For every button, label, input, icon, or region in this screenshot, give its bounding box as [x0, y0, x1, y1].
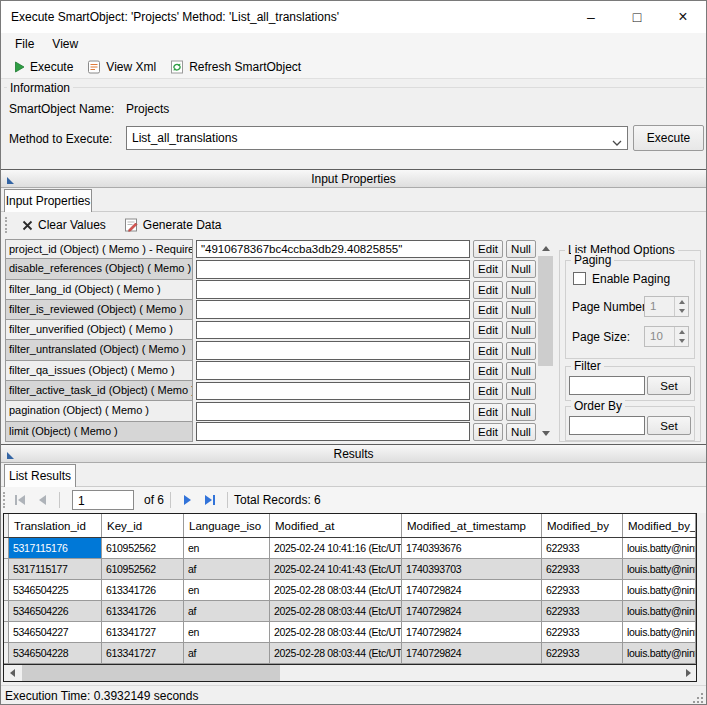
current-page-input[interactable]: 1: [72, 490, 134, 510]
table-cell[interactable]: 2025-02-28 08:03:44 (Etc/UTC): [270, 601, 402, 621]
table-cell[interactable]: af: [184, 601, 270, 621]
table-cell[interactable]: 2025-02-28 08:03:44 (Etc/UTC): [270, 622, 402, 642]
column-header[interactable]: Key_id: [102, 514, 184, 537]
table-cell[interactable]: 622933: [542, 580, 623, 600]
property-value-input[interactable]: [196, 382, 470, 401]
table-cell[interactable]: louis.batty@nint: [623, 580, 696, 600]
null-button[interactable]: Null: [506, 260, 536, 278]
table-cell[interactable]: louis.batty@nint: [623, 538, 696, 558]
table-cell[interactable]: 5317115176: [9, 538, 102, 558]
table-cell[interactable]: 622933: [542, 643, 623, 663]
table-cell[interactable]: 622933: [542, 622, 623, 642]
first-page-icon[interactable]: [10, 492, 30, 508]
property-value-input[interactable]: [196, 341, 470, 360]
property-grid-vertical-scrollbar[interactable]: [538, 241, 553, 441]
property-value-input[interactable]: [196, 361, 470, 380]
table-row[interactable]: 5346504228613341727af2025-02-28 08:03:44…: [4, 643, 696, 664]
edit-button[interactable]: Edit: [473, 423, 503, 441]
input-properties-section-header[interactable]: Input Properties: [1, 169, 706, 188]
execute-method-button[interactable]: Execute: [633, 125, 704, 151]
scrollbar-track[interactable]: [20, 665, 680, 681]
spin-up-icon[interactable]: [675, 327, 688, 337]
table-cell[interactable]: en: [184, 538, 270, 558]
next-page-icon[interactable]: [178, 492, 198, 508]
page-size-spinner[interactable]: 10: [644, 326, 689, 347]
title-bar[interactable]: Execute SmartObject: 'Projects' Method: …: [1, 1, 706, 33]
filter-set-button[interactable]: Set: [647, 376, 691, 395]
scroll-left-arrow-icon[interactable]: [4, 665, 20, 681]
null-button[interactable]: Null: [506, 403, 536, 421]
table-cell[interactable]: en: [184, 622, 270, 642]
table-cell[interactable]: louis.batty@nint: [623, 601, 696, 621]
edit-button[interactable]: Edit: [473, 321, 503, 339]
property-value-input[interactable]: [196, 300, 470, 319]
execute-toolbar-button[interactable]: Execute: [7, 56, 80, 78]
table-cell[interactable]: 622933: [542, 559, 623, 579]
last-page-icon[interactable]: [200, 492, 220, 508]
scroll-right-arrow-icon[interactable]: [680, 665, 696, 681]
table-cell[interactable]: 610952562: [102, 559, 184, 579]
column-header[interactable]: Modified_by: [542, 514, 623, 537]
results-horizontal-scrollbar[interactable]: [4, 664, 696, 681]
refresh-smartobject-button[interactable]: Refresh SmartObject: [163, 56, 308, 78]
scroll-up-arrow-icon[interactable]: [538, 241, 553, 256]
table-row[interactable]: 5346504225613341726en2025-02-28 08:03:44…: [4, 580, 696, 601]
table-cell[interactable]: 5346504227: [9, 622, 102, 642]
property-value-input[interactable]: [196, 280, 470, 299]
table-row[interactable]: 5346504226613341726af2025-02-28 08:03:44…: [4, 601, 696, 622]
table-cell[interactable]: af: [184, 559, 270, 579]
table-cell[interactable]: af: [184, 643, 270, 663]
column-header[interactable]: Modified_by_: [623, 514, 696, 537]
results-section-header[interactable]: Results: [1, 444, 706, 463]
generate-data-button[interactable]: Generate Data: [117, 214, 229, 236]
table-cell[interactable]: 1740729824: [402, 643, 542, 663]
clear-values-button[interactable]: Clear Values: [15, 214, 113, 236]
tab-list-results[interactable]: List Results: [4, 464, 76, 487]
table-row[interactable]: 5317115177610952562af2025-02-24 10:41:43…: [4, 559, 696, 580]
null-button[interactable]: Null: [506, 281, 536, 299]
resize-grip-icon[interactable]: [692, 692, 704, 705]
table-cell[interactable]: 613341727: [102, 622, 184, 642]
column-header[interactable]: Modified_at: [270, 514, 402, 537]
edit-button[interactable]: Edit: [473, 342, 503, 360]
property-value-input[interactable]: [196, 260, 470, 279]
table-cell[interactable]: 613341727: [102, 643, 184, 663]
scrollbar-thumb[interactable]: [538, 256, 553, 366]
column-header[interactable]: Language_iso: [184, 514, 270, 537]
edit-button[interactable]: Edit: [473, 362, 503, 380]
method-combobox[interactable]: List_all_translations: [126, 126, 628, 150]
edit-button[interactable]: Edit: [473, 240, 503, 258]
table-cell[interactable]: 1740729824: [402, 580, 542, 600]
maximize-button[interactable]: □: [614, 1, 660, 33]
table-cell[interactable]: 622933: [542, 601, 623, 621]
menu-file[interactable]: File: [6, 35, 43, 53]
minimize-button[interactable]: –: [568, 1, 614, 33]
tab-input-properties[interactable]: Input Properties: [4, 189, 92, 212]
table-cell[interactable]: 1740393676: [402, 538, 542, 558]
order-by-input[interactable]: [569, 416, 645, 435]
property-value-input[interactable]: [196, 321, 470, 340]
toolbar-grip-handle[interactable]: [5, 217, 9, 233]
null-button[interactable]: Null: [506, 362, 536, 380]
null-button[interactable]: Null: [506, 321, 536, 339]
menu-view[interactable]: View: [43, 35, 87, 53]
table-cell[interactable]: 1740729824: [402, 622, 542, 642]
table-cell[interactable]: 610952562: [102, 538, 184, 558]
order-by-set-button[interactable]: Set: [647, 416, 691, 435]
filter-input[interactable]: [569, 376, 645, 395]
edit-button[interactable]: Edit: [473, 260, 503, 278]
edit-button[interactable]: Edit: [473, 301, 503, 319]
null-button[interactable]: Null: [506, 301, 536, 319]
previous-page-icon[interactable]: [32, 492, 52, 508]
table-cell[interactable]: 2025-02-28 08:03:44 (Etc/UTC): [270, 580, 402, 600]
null-button[interactable]: Null: [506, 382, 536, 400]
column-header[interactable]: Translation_id: [9, 514, 102, 537]
enable-paging-checkbox[interactable]: [573, 272, 586, 285]
table-cell[interactable]: 2025-02-24 10:41:43 (Etc/UTC): [270, 559, 402, 579]
table-cell[interactable]: 2025-02-28 08:03:44 (Etc/UTC): [270, 643, 402, 663]
page-number-spinner[interactable]: 1: [644, 296, 689, 317]
column-header[interactable]: Modified_at_timestamp: [402, 514, 542, 537]
null-button[interactable]: Null: [506, 342, 536, 360]
edit-button[interactable]: Edit: [473, 281, 503, 299]
table-row[interactable]: 5317115176610952562en2025-02-24 10:41:16…: [4, 538, 696, 559]
